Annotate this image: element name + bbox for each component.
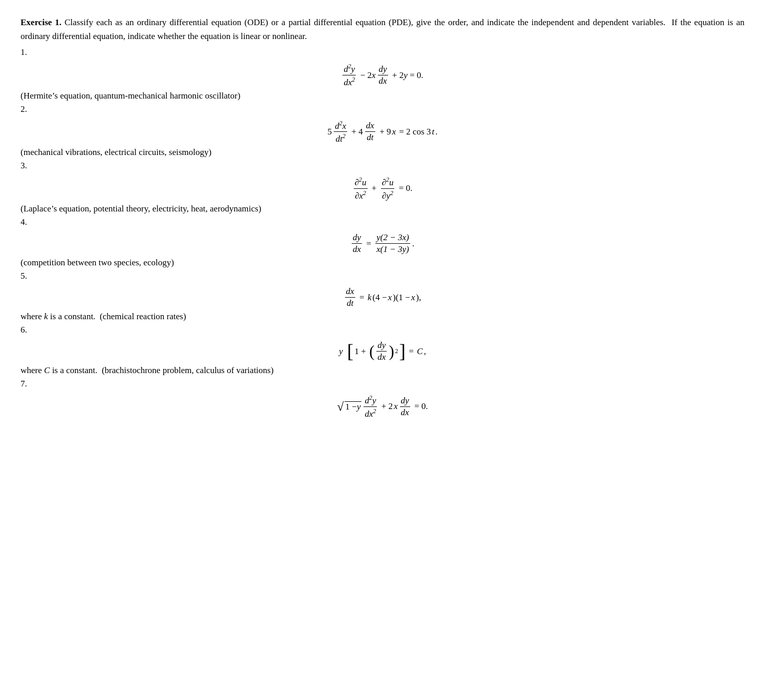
right-bracket-6: ]: [399, 342, 406, 361]
item-4: 4. dy dx = y(2 − 3x) x(1 − 3y) . (compet…: [21, 217, 744, 268]
plus-2y-1: + 2y = 0.: [390, 70, 424, 81]
equation-5: dx dt = k(4 − x)(1 − x),: [21, 286, 744, 308]
frac-y2-3x-x1-3y: y(2 − 3x) x(1 − 3y): [375, 232, 410, 255]
frac-dy-dx-4: dy dx: [352, 232, 362, 255]
equation-5-content: dx dt = k(4 − x)(1 − x),: [21, 286, 744, 308]
item-1-number: 1.: [21, 47, 744, 57]
item-1-note: (Hermite’s equation, quantum-mechanical …: [21, 91, 744, 101]
item-5-number: 5.: [21, 271, 744, 281]
sqrt-1-minus-y: √ 1 − y: [337, 400, 362, 414]
frac-dy-dx-6: dy dx: [376, 340, 387, 362]
item-2-number: 2.: [21, 104, 744, 114]
frac-d2y-dx2: d2y dx2: [342, 63, 356, 87]
frac-d2y-dx2-7: d2y dx2: [364, 394, 377, 419]
equation-2-content: 5 d2x dt2 + 4 dx dt + 9x = 2 cos 3t.: [21, 120, 744, 144]
equation-6-content: y [ 1 + ( dy dx ) 2 ] = C,: [21, 340, 744, 362]
minus-sign-1: − 2x: [358, 70, 375, 81]
item-1: 1. d2y dx2 − 2x dy dx + 2y = 0. (Hermite…: [21, 47, 744, 101]
equation-3: ∂2u ∂x2 + ∂2u ∂y2 = 0.: [21, 176, 744, 201]
frac-d2u-dy2: ∂2u ∂y2: [381, 176, 395, 201]
item-6-number: 6.: [21, 325, 744, 335]
item-2-note: (mechanical vibrations, electrical circu…: [21, 147, 744, 158]
equation-6: y [ 1 + ( dy dx ) 2 ] = C,: [21, 340, 744, 362]
equation-7: √ 1 − y d2y dx2 + 2x dy dx = 0.: [21, 394, 744, 419]
item-5-note: where k is a constant. (chemical reactio…: [21, 312, 744, 322]
item-3-note: (Laplace’s equation, potential theory, e…: [21, 204, 744, 214]
sqrt-radicand: 1 − y: [345, 401, 362, 412]
frac-dx-dt: dx dt: [365, 121, 375, 143]
exercise-header: Exercise 1. Classify each as an ordinary…: [21, 15, 744, 43]
item-4-number: 4.: [21, 217, 744, 227]
item-4-note: (competition between two species, ecolog…: [21, 258, 744, 268]
equation-3-content: ∂2u ∂x2 + ∂2u ∂y2 = 0.: [21, 176, 744, 201]
item-2: 2. 5 d2x dt2 + 4 dx dt + 9x = 2 cos 3t. …: [21, 104, 744, 158]
equation-1: d2y dx2 − 2x dy dx + 2y = 0.: [21, 63, 744, 87]
right-paren-6: ): [389, 344, 394, 360]
item-6: 6. y [ 1 + ( dy dx ) 2 ] = C, where C is…: [21, 325, 744, 376]
item-7: 7. √ 1 − y d2y dx2 + 2x dy dx = 0.: [21, 379, 744, 419]
item-7-number: 7.: [21, 379, 744, 389]
item-5: 5. dx dt = k(4 − x)(1 − x), where k is a…: [21, 271, 744, 322]
item-6-note: where C is a constant. (brachistochrone …: [21, 365, 744, 376]
equation-4: dy dx = y(2 − 3x) x(1 − 3y) .: [21, 232, 744, 255]
item-3-number: 3.: [21, 161, 744, 171]
equation-4-content: dy dx = y(2 − 3x) x(1 − 3y) .: [21, 232, 744, 255]
frac-d2u-dx2: ∂2u ∂x2: [354, 176, 368, 201]
frac-dy-dx-7: dy dx: [400, 396, 410, 418]
frac-dx-dt-5: dx dt: [345, 286, 355, 308]
equation-1-content: d2y dx2 − 2x dy dx + 2y = 0.: [21, 63, 744, 87]
item-3: 3. ∂2u ∂x2 + ∂2u ∂y2 = 0. (Laplace’s equ…: [21, 161, 744, 214]
frac-dy-dx-1: dy dx: [378, 64, 388, 86]
equation-7-content: √ 1 − y d2y dx2 + 2x dy dx = 0.: [21, 394, 744, 419]
left-paren-6: (: [369, 344, 374, 360]
exercise-title: Exercise 1.: [21, 17, 62, 27]
sqrt-symbol: √: [337, 400, 344, 414]
left-bracket-6: [: [347, 342, 353, 361]
equation-2: 5 d2x dt2 + 4 dx dt + 9x = 2 cos 3t.: [21, 120, 744, 144]
exercise-description: Exercise 1. Classify each as an ordinary…: [21, 15, 744, 43]
frac-d2x-dt2: d2x dt2: [334, 120, 347, 144]
